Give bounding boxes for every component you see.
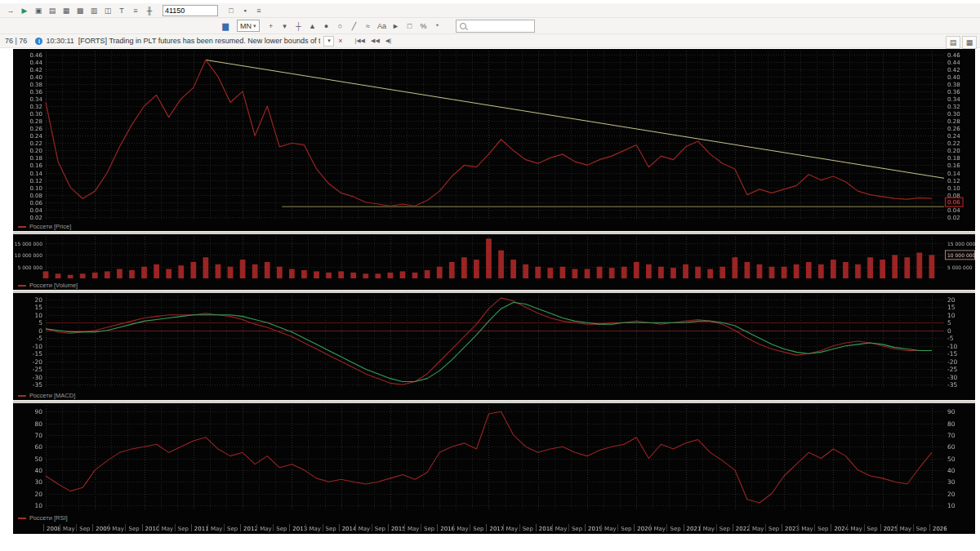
grid-settings-icon[interactable]: ╫ xyxy=(143,5,156,16)
toolbar-icons-left: →▶▣▤▦▩▥◫T≡╫ xyxy=(4,5,156,16)
volume-chart[interactable] xyxy=(13,234,975,281)
chart-settings-icon[interactable]: * xyxy=(431,20,444,32)
message-bar: 76 | 76 i 10:30:11 [FORTS] Trading in PL… xyxy=(0,34,980,48)
macd-legend: Россети [MACD] xyxy=(13,391,975,400)
pin-window-icon[interactable]: ≡ xyxy=(129,5,142,16)
message-time: 10:30:11 xyxy=(46,37,74,45)
search-input[interactable] xyxy=(470,21,533,30)
order-entry-icon[interactable]: □ xyxy=(225,5,238,16)
instrument-code-input[interactable] xyxy=(163,5,218,16)
chart-region: Россети [Price] Россети [Volume] Россети… xyxy=(13,49,975,534)
interval-dropdown-icon[interactable]: ▾ xyxy=(278,20,292,32)
trading-terminal-window: →▶▣▤▦▩▥◫T≡╫ □▪≡ ▆ MN ▾ +▾┼▲●○╱≈Aa►□%* 76… xyxy=(0,0,980,551)
series-color-key-icon xyxy=(18,226,26,228)
zoom-in-icon[interactable]: ● xyxy=(320,20,333,32)
time-axis[interactable] xyxy=(13,522,975,534)
rsi-legend: Россети [RSI] xyxy=(13,513,975,522)
new-window-icon[interactable]: ▣ xyxy=(32,5,45,16)
macd-legend-label: Россети [MACD] xyxy=(29,392,75,399)
timeframe-select[interactable]: MN ▾ xyxy=(237,20,260,32)
toolbar-icons-right: □▪≡ xyxy=(225,5,265,16)
main-toolbar: →▶▣▤▦▩▥◫T≡╫ □▪≡ xyxy=(0,3,980,18)
trend-line-icon[interactable]: ╱ xyxy=(348,20,361,32)
prev-fast-icon[interactable]: ◀◀ xyxy=(369,35,381,47)
message-close-button[interactable]: × xyxy=(336,37,345,46)
zoom-out-icon[interactable]: ○ xyxy=(334,20,347,32)
panel-grid-icon[interactable]: ▦ xyxy=(962,36,977,49)
text-window-icon[interactable]: T xyxy=(115,5,128,16)
text-tool-icon[interactable]: Aa xyxy=(376,20,389,32)
macd-chart[interactable] xyxy=(13,293,975,391)
messages-window-icon[interactable]: ▥ xyxy=(87,5,100,16)
percent-scale-icon[interactable]: % xyxy=(417,20,430,32)
rsi-chart[interactable] xyxy=(13,403,975,513)
price-chart[interactable] xyxy=(13,49,975,222)
message-text: [FORTS] Trading in PLT futures has been … xyxy=(78,37,321,45)
stop-order-icon[interactable]: ▪ xyxy=(238,5,252,16)
search-box[interactable] xyxy=(456,20,535,33)
search-icon xyxy=(460,23,466,29)
eraser-tool-icon[interactable]: □ xyxy=(403,20,416,32)
rsi-legend-label: Россети [RSI] xyxy=(29,514,68,522)
tables-window-icon[interactable]: ▤ xyxy=(46,5,59,16)
price-legend-label: Россети [Price] xyxy=(29,223,71,230)
orders-list-icon[interactable]: ≡ xyxy=(252,5,265,16)
panel-list-icon[interactable]: ▤ xyxy=(946,36,960,49)
exit-icon[interactable]: → xyxy=(4,5,17,16)
chevron-down-icon: ▾ xyxy=(253,23,256,29)
connect-icon[interactable]: ▶ xyxy=(18,5,31,16)
message-nav-buttons: |◀◀◀◀◀| xyxy=(353,35,393,47)
charts-window-icon[interactable]: ▩ xyxy=(74,5,87,16)
volume-legend-label: Россети [Volume] xyxy=(29,282,78,289)
first-message-icon[interactable]: |◀◀ xyxy=(353,35,367,47)
crosshair-icon[interactable]: ┼ xyxy=(292,20,305,32)
price-legend: Россети [Price] xyxy=(13,222,975,231)
info-icon: i xyxy=(35,38,42,45)
statusbar-right-icons: ▤▦ xyxy=(946,36,977,49)
fibo-tool-icon[interactable]: ≈ xyxy=(362,20,375,32)
add-indicator-icon[interactable]: + xyxy=(265,20,278,32)
series-color-key-icon xyxy=(18,395,26,397)
split-window-icon[interactable]: ◫ xyxy=(101,5,114,16)
chart-toolbar: ▆ MN ▾ +▾┼▲●○╱≈Aa►□%* xyxy=(0,18,980,34)
cursor-mode-icon[interactable]: ▲ xyxy=(306,20,319,32)
volume-legend: Россети [Volume] xyxy=(13,281,975,290)
series-color-key-icon xyxy=(18,285,26,287)
message-counts: 76 | 76 xyxy=(5,37,27,45)
message-dropdown-button[interactable]: ▾ xyxy=(323,36,334,47)
prev-message-icon[interactable]: ◀| xyxy=(384,35,393,47)
pointer-tool-icon[interactable]: ► xyxy=(390,20,403,32)
quotes-table-icon[interactable]: ▦ xyxy=(60,5,73,16)
timeframe-value: MN xyxy=(240,22,252,30)
series-color-key-icon xyxy=(18,518,26,519)
chart-tool-icons: +▾┼▲●○╱≈Aa►□%* xyxy=(265,20,444,32)
chart-type-icon[interactable]: ▆ xyxy=(219,20,232,32)
